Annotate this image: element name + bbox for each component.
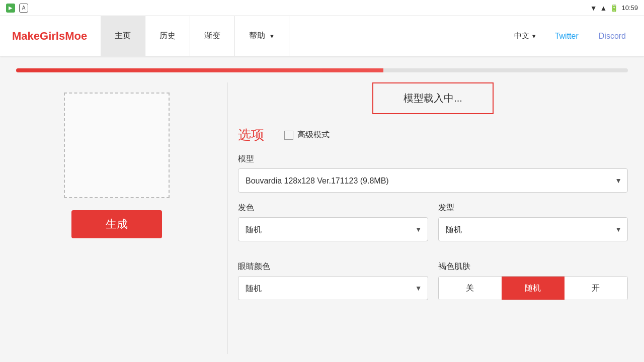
translate-icon: A — [19, 4, 28, 13]
tab-help[interactable]: 帮助 ▼ — [235, 16, 289, 56]
eye-color-select-wrapper: 随机 ▼ — [238, 276, 428, 300]
options-title: 选项 — [238, 126, 264, 144]
tab-home[interactable]: 主页 — [101, 16, 145, 56]
tan-group: 褐色肌肤 关 随机 开 — [438, 261, 628, 300]
status-bar-right: ▼ ▲ 🔋 10:59 — [590, 4, 638, 12]
left-panel: 生成 — [16, 82, 227, 354]
eye-tan-row: 眼睛颜色 随机 ▼ 褐色肌肤 关 随机 开 — [238, 261, 628, 310]
tab-history[interactable]: 历史 — [145, 16, 190, 56]
hair-color-select-wrapper: 随机 ▼ — [238, 217, 428, 241]
model-form-group: 模型 Bouvardia 128x128 Ver.171123 (9.8MB) … — [238, 154, 628, 193]
model-select-wrapper: Bouvardia 128x128 Ver.171123 (9.8MB) ▼ — [238, 168, 628, 193]
toggle-on-button[interactable]: 开 — [565, 277, 627, 300]
hair-style-label: 发型 — [438, 203, 628, 213]
wifi-icon: ▼ — [590, 4, 597, 12]
navbar-right: 中文 ▼ Twitter Discord — [506, 27, 644, 45]
status-bar: A ▼ ▲ 🔋 10:59 — [0, 0, 644, 16]
loading-bar-container — [16, 68, 628, 72]
hair-style-select-wrapper: 随机 ▼ — [438, 217, 628, 241]
signal-icon: ▲ — [600, 4, 607, 12]
loading-modal: 模型载入中... — [372, 82, 494, 114]
time: 10:59 — [621, 4, 638, 12]
hair-color-group: 发色 随机 ▼ — [238, 203, 428, 241]
image-preview — [64, 93, 170, 198]
twitter-link[interactable]: Twitter — [545, 28, 589, 45]
battery-icon: 🔋 — [610, 4, 618, 12]
hair-color-label: 发色 — [238, 203, 428, 213]
eye-color-label: 眼睛颜色 — [238, 261, 428, 272]
eye-color-select[interactable]: 随机 — [238, 276, 428, 300]
chevron-down-icon: ▼ — [269, 33, 275, 39]
tan-label: 褐色肌肤 — [438, 261, 628, 272]
tab-gradient[interactable]: 渐变 — [190, 16, 235, 56]
generate-button[interactable]: 生成 — [71, 210, 162, 238]
main-content: 生成 模型载入中... 选项 高级模式 模型 Bouvardi — [0, 56, 644, 362]
brand-logo[interactable]: MakeGirlsMoe — [0, 30, 101, 43]
hair-color-select[interactable]: 随机 — [238, 217, 428, 241]
hair-row: 发色 随机 ▼ 发型 随机 ▼ — [238, 203, 628, 251]
play-icon — [6, 4, 15, 13]
hair-style-group: 发型 随机 ▼ — [438, 203, 628, 241]
content-area: 生成 模型载入中... 选项 高级模式 模型 Bouvardi — [16, 82, 628, 354]
hair-style-select[interactable]: 随机 — [438, 217, 628, 241]
language-selector[interactable]: 中文 ▼ — [506, 27, 545, 45]
right-panel: 模型载入中... 选项 高级模式 模型 Bouvardia 128x128 Ve… — [227, 82, 628, 354]
discord-link[interactable]: Discord — [589, 28, 636, 45]
model-label: 模型 — [238, 154, 628, 164]
tan-toggle-group: 关 随机 开 — [438, 276, 628, 300]
advanced-mode-toggle[interactable]: 高级模式 — [284, 130, 330, 140]
chevron-down-icon: ▼ — [531, 33, 537, 39]
advanced-mode-checkbox[interactable] — [284, 131, 293, 140]
status-bar-left: A — [6, 4, 28, 13]
navbar: MakeGirlsMoe 主页 历史 渐变 帮助 ▼ 中文 ▼ Twitter … — [0, 16, 644, 56]
toggle-random-button[interactable]: 随机 — [502, 277, 565, 300]
nav-tabs: 主页 历史 渐变 帮助 ▼ — [101, 16, 289, 56]
model-select[interactable]: Bouvardia 128x128 Ver.171123 (9.8MB) — [238, 168, 628, 193]
eye-color-group: 眼睛颜色 随机 ▼ — [238, 261, 428, 300]
options-header: 选项 高级模式 — [238, 126, 628, 144]
toggle-off-button[interactable]: 关 — [439, 277, 502, 300]
loading-bar — [16, 68, 383, 72]
